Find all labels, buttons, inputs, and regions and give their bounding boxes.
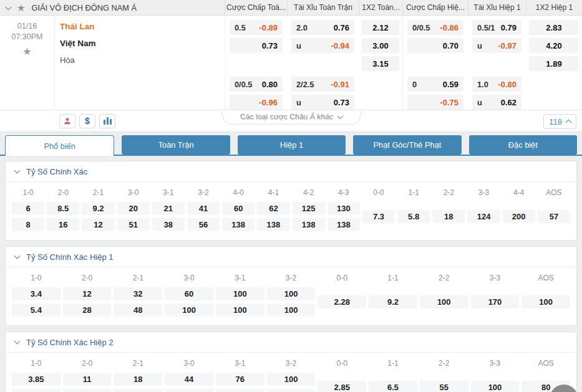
odds-cell[interactable]: 0.70 [407, 38, 463, 53]
score-odds-cell[interactable]: 17 [63, 389, 112, 392]
odds-cell[interactable]: 3.15 [362, 56, 399, 71]
score-odds-cell[interactable]: 9.2 [369, 295, 417, 308]
section-header[interactable]: Tỷ Số Chính Xác Hiệp 2 [6, 332, 576, 353]
score-odds-cell[interactable]: 21 [152, 202, 185, 215]
score-odds-cell[interactable]: 3.4 [12, 287, 61, 300]
score-odds-cell[interactable]: 100 [471, 381, 520, 392]
odds-cell[interactable]: 2/2.5 -0.91 [291, 77, 354, 92]
score-odds-cell[interactable]: 7.3 [362, 210, 395, 223]
score-odds-cell[interactable]: 38 [152, 218, 185, 231]
score-odds-cell[interactable]: 2.85 [318, 381, 366, 392]
home-team-name[interactable]: Thái Lan [60, 22, 225, 31]
score-odds-cell[interactable]: 32 [114, 287, 162, 300]
odds-cell[interactable]: 0/0.5 0.80 [230, 77, 283, 92]
score-odds-cell[interactable]: 51 [117, 218, 150, 231]
score-odds-cell[interactable]: 100 [267, 304, 316, 317]
tab-pho-bien[interactable]: Phổ biến [5, 135, 114, 156]
score-odds-cell[interactable]: 23 [114, 389, 162, 392]
score-odds-cell[interactable]: 8.5 [47, 202, 79, 215]
score-odds-cell[interactable]: 3.85 [12, 373, 61, 386]
score-odds-cell[interactable]: 11 [63, 373, 112, 386]
score-odds-cell[interactable]: 12 [82, 218, 114, 231]
score-odds-cell[interactable]: 124 [467, 210, 500, 223]
score-odds-cell[interactable]: 41 [187, 202, 220, 215]
odds-cell[interactable]: 2.12 [362, 20, 399, 35]
score-odds-cell[interactable]: 57 [538, 210, 570, 223]
score-odds-cell[interactable]: 100 [216, 304, 264, 317]
tab-hiep-1[interactable]: Hiệp 1 [238, 135, 346, 155]
tab-phat-goc-the-phat[interactable]: Phạt Góc/Thẻ Phạt [353, 135, 461, 155]
section-header[interactable]: Tỷ Số Chính Xác [6, 161, 576, 182]
score-odds-cell[interactable]: 5.8 [397, 210, 430, 223]
score-odds-cell[interactable]: 5 [12, 389, 61, 392]
odds-cell[interactable]: 0 0.59 [407, 77, 463, 92]
score-odds-cell[interactable]: 138 [293, 218, 325, 231]
section-header[interactable]: Tỷ Số Chính Xác Hiệp 1 [6, 247, 576, 267]
more-asian-bets-dropdown[interactable]: Các loại cược Châu Á khác [221, 110, 362, 125]
odds-cell[interactable]: 1.89 [529, 56, 579, 71]
score-odds-cell[interactable]: 60 [222, 202, 255, 215]
market-count-toggle[interactable]: 118 [543, 114, 576, 129]
odds-cell[interactable]: 2.0 0.76 [291, 20, 354, 35]
score-odds-cell[interactable]: 138 [327, 218, 360, 231]
odds-cell[interactable]: u -0.94 [291, 38, 354, 53]
league-collapse-chevron-down-icon[interactable] [6, 4, 12, 10]
score-odds-cell[interactable]: 100 [267, 389, 316, 392]
score-odds-cell[interactable]: 130 [327, 202, 360, 215]
commentator-button[interactable] [59, 114, 75, 128]
tab-toan-tran[interactable]: Toàn Trận [122, 135, 230, 155]
score-odds-cell[interactable]: 12 [63, 287, 112, 300]
odds-cell[interactable]: 0.5/1 0.79 [472, 20, 521, 35]
score-odds-cell[interactable]: 8 [12, 218, 44, 231]
away-team-name[interactable]: Việt Nam [60, 39, 225, 48]
score-odds-cell[interactable]: 125 [293, 202, 325, 215]
odds-cell[interactable]: u -0.97 [472, 38, 521, 53]
tab-dac-biet[interactable]: Đặc biệt [469, 135, 577, 155]
score-odds-cell[interactable]: 100 [216, 287, 264, 300]
score-odds-cell[interactable]: 48 [114, 304, 162, 317]
score-odds-cell[interactable]: 100 [420, 295, 468, 308]
score-odds-cell[interactable]: 28 [63, 304, 112, 317]
under-indicator: u [296, 98, 301, 107]
score-odds-cell[interactable]: 6.5 [369, 381, 417, 392]
score-odds-cell[interactable]: 100 [267, 373, 316, 386]
odds-cell[interactable]: u 0.62 [472, 95, 521, 110]
odds-cell[interactable]: 0/0.5 -0.86 [407, 20, 463, 35]
odds-cell[interactable]: 0.73 [230, 38, 283, 53]
score-odds-cell[interactable]: 16 [47, 218, 79, 231]
score-odds-cell[interactable]: 20 [117, 202, 150, 215]
odds-cell[interactable]: 0.5 -0.89 [230, 20, 283, 35]
odds-cell[interactable]: 1.0 -0.80 [472, 77, 521, 92]
match-favorite-star-icon[interactable]: ★ [0, 47, 54, 57]
score-odds-cell[interactable]: 170 [471, 295, 520, 308]
score-odds-cell[interactable]: 86 [165, 389, 213, 392]
score-odds-cell[interactable]: 60 [165, 287, 213, 300]
score-odds-cell[interactable]: 76 [216, 373, 264, 386]
score-odds-cell[interactable]: 18 [432, 210, 465, 223]
odds-cell[interactable]: -0.96 [230, 95, 283, 110]
score-odds-cell[interactable]: 62 [257, 202, 289, 215]
score-odds-cell[interactable]: 18 [114, 373, 162, 386]
score-odds-cell[interactable]: 100 [216, 389, 264, 392]
score-odds-cell[interactable]: 200 [503, 210, 535, 223]
score-odds-cell[interactable]: 55 [420, 381, 468, 392]
score-odds-cell[interactable]: 56 [187, 218, 220, 231]
odds-cell[interactable]: 4.20 [529, 38, 579, 53]
score-odds-cell[interactable]: 2.28 [318, 295, 366, 308]
odds-cell[interactable]: u 0.73 [291, 95, 354, 110]
score-odds-cell[interactable]: 138 [222, 218, 255, 231]
odds-cell[interactable]: -0.75 [407, 95, 463, 110]
money-odds-button[interactable]: $ [79, 114, 95, 128]
league-favorite-star-icon[interactable]: ★ [17, 3, 25, 12]
score-odds-cell[interactable]: 100 [165, 304, 213, 317]
statistics-button[interactable] [99, 114, 115, 128]
score-odds-cell[interactable]: 5.4 [12, 304, 61, 317]
score-odds-cell[interactable]: 6 [12, 202, 44, 215]
odds-cell[interactable]: 3.00 [362, 38, 399, 53]
score-odds-cell[interactable]: 44 [165, 373, 213, 386]
score-odds-cell[interactable]: 9.2 [82, 202, 114, 215]
score-odds-cell[interactable]: 138 [257, 218, 289, 231]
odds-cell[interactable]: 2.83 [529, 20, 579, 35]
score-odds-cell[interactable]: 100 [521, 295, 570, 308]
score-odds-cell[interactable]: 100 [267, 287, 316, 300]
